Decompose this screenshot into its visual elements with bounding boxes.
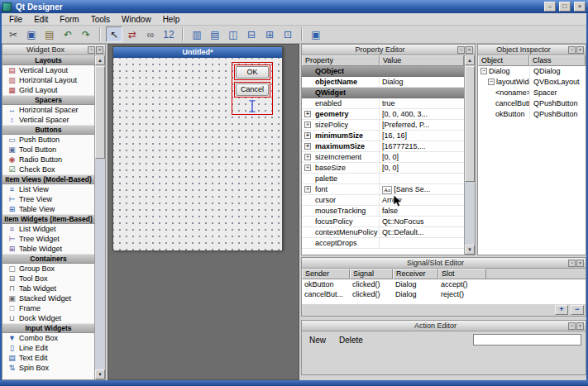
- inspector-row-okbutton[interactable]: okButtonQPushButton: [478, 109, 586, 120]
- column-receiver[interactable]: Receiver: [393, 269, 438, 279]
- widget-item-tool-box[interactable]: ⊟Tool Box: [2, 274, 94, 284]
- cut-icon[interactable]: ✂: [5, 26, 22, 42]
- widget-item-check-box[interactable]: ☑Check Box: [2, 164, 94, 174]
- expand-icon[interactable]: +: [304, 111, 311, 117]
- scroll-down-icon[interactable]: ▼: [95, 369, 105, 379]
- property-row-font[interactable]: +fontAa[Sans Se...: [302, 184, 464, 195]
- column-class[interactable]: Class: [529, 55, 586, 66]
- property-row-geometry[interactable]: +geometry[0, 0, 400, 3...: [302, 109, 464, 120]
- menu-tools[interactable]: Tools: [85, 14, 116, 25]
- vertical-spacer-icon[interactable]: [247, 100, 257, 112]
- widgetbox-section-input-widgets[interactable]: Input Widgets: [2, 323, 94, 333]
- edit-signals-slots-icon[interactable]: ⇄: [124, 26, 141, 42]
- property-row-minimumsize[interactable]: +minimumSize[16, 16]: [302, 131, 464, 141]
- float-icon[interactable]: ▫: [568, 46, 576, 54]
- widgetbox-section-containers[interactable]: Containers: [2, 254, 94, 264]
- widget-item-tree-view[interactable]: ⊢Tree View: [2, 194, 94, 204]
- new-action-button[interactable]: New: [306, 335, 329, 345]
- float-icon[interactable]: ▫: [457, 46, 465, 54]
- property-row-cursor[interactable]: cursorArrow: [302, 195, 464, 206]
- property-row-acceptdrops[interactable]: acceptDrops: [302, 238, 464, 249]
- column-sender[interactable]: Sender: [302, 269, 350, 279]
- inspector-row-noname[interactable]: <noname>Spacer: [478, 88, 586, 98]
- titlebar[interactable]: Qt Designer – □ ×: [0, 0, 588, 13]
- property-row-maximumsize[interactable]: +maximumSize[16777215,...: [302, 141, 464, 152]
- signal-row-cancelbut[interactable]: cancelBut...clicked()Dialogreject(): [302, 289, 586, 299]
- redo-icon[interactable]: ↷: [78, 26, 94, 42]
- widget-item-horizontal-layout[interactable]: ▥Horizontal Layout: [2, 75, 94, 85]
- scrollbar-thumb[interactable]: [465, 66, 475, 182]
- layout-split-vertical-icon[interactable]: ⊟: [243, 26, 260, 42]
- form-titlebar[interactable]: Untitled*: [113, 47, 282, 58]
- widget-item-combo-box[interactable]: ▼Combo Box: [2, 333, 94, 343]
- cancel-button[interactable]: Cancel: [236, 83, 269, 96]
- property-row-basesize[interactable]: +baseSize[0, 0]: [302, 163, 464, 174]
- widget-item-dock-widget[interactable]: ⊔Dock Widget: [2, 313, 94, 323]
- property-row-sizeincrement[interactable]: +sizeIncrement[0, 0]: [302, 152, 464, 163]
- widget-item-table-view[interactable]: ⊞Table View: [2, 204, 94, 214]
- expand-icon[interactable]: +: [304, 154, 311, 160]
- float-icon[interactable]: ▫: [568, 260, 576, 267]
- widget-box-header[interactable]: Widget Box ▫ ×: [2, 45, 105, 55]
- collapse-icon[interactable]: −: [488, 79, 495, 85]
- edit-tab-order-icon[interactable]: 12: [160, 26, 177, 42]
- menu-window[interactable]: Window: [116, 14, 157, 25]
- property-row-contextmenupolicy[interactable]: contextMenuPolicyQt::Default...: [302, 227, 464, 238]
- scroll-down-icon[interactable]: ▼: [465, 245, 475, 255]
- property-row-enabled[interactable]: enabledtrue: [302, 98, 464, 109]
- column-object[interactable]: Object: [478, 55, 529, 66]
- widget-item-vertical-spacer[interactable]: ↕Vertical Spacer: [2, 115, 94, 125]
- action-editor-header[interactable]: Action Editor ▫ ×: [302, 321, 586, 331]
- layout-horizontal-icon[interactable]: ▥: [189, 26, 205, 42]
- widget-item-frame[interactable]: □Frame: [2, 303, 94, 313]
- collapse-icon[interactable]: −: [480, 68, 487, 74]
- expand-icon[interactable]: +: [304, 122, 311, 128]
- close-button[interactable]: ×: [574, 2, 586, 12]
- layout-split-horizontal-icon[interactable]: ◫: [225, 26, 241, 42]
- widget-item-spin-box[interactable]: ⇅Spin Box: [2, 363, 94, 373]
- edit-widgets-icon[interactable]: ↖: [106, 26, 122, 42]
- copy-icon[interactable]: ▣: [23, 26, 40, 42]
- widgetbox-section-item-widgets-item-based[interactable]: Item Widgets (Item-Based): [2, 214, 94, 224]
- column-value[interactable]: Value: [380, 55, 464, 66]
- form-preview-icon[interactable]: ▣: [308, 26, 324, 42]
- expand-icon[interactable]: +: [304, 186, 311, 193]
- inspector-row-cancelbutton[interactable]: cancelButtonQPushButton: [478, 98, 586, 109]
- widgetbox-section-item-views-model-based[interactable]: Item Views (Model-Based): [2, 174, 94, 184]
- menu-help[interactable]: Help: [157, 14, 186, 25]
- menu-edit[interactable]: Edit: [28, 14, 54, 25]
- expand-icon[interactable]: +: [304, 132, 311, 139]
- form-canvas[interactable]: OK Cancel: [113, 58, 282, 250]
- layout-grid-icon[interactable]: ⊞: [261, 26, 278, 42]
- widgetbox-section-layouts[interactable]: Layouts: [2, 55, 94, 65]
- widgetbox-section-spacers[interactable]: Spacers: [2, 95, 94, 105]
- signal-row-okbutton[interactable]: okButtonclicked()Dialogaccept(): [302, 279, 586, 289]
- column-signal[interactable]: Signal: [350, 269, 393, 279]
- scroll-up-icon[interactable]: ▲: [95, 55, 105, 65]
- menu-file[interactable]: File: [3, 14, 28, 25]
- property-editor-header[interactable]: Property Editor ▫ ×: [302, 45, 475, 55]
- form-window[interactable]: Untitled* OK Cancel: [112, 46, 283, 250]
- menu-form[interactable]: Form: [54, 14, 84, 25]
- widget-item-group-box[interactable]: ▢Group Box: [2, 264, 94, 274]
- column-slot[interactable]: Slot: [438, 269, 486, 279]
- scrollbar-thumb[interactable]: [95, 66, 105, 159]
- float-icon[interactable]: ▫: [568, 322, 576, 330]
- adjust-size-icon[interactable]: ⊡: [280, 26, 296, 42]
- layout-vertical-icon[interactable]: ▤: [207, 26, 223, 42]
- widget-item-push-button[interactable]: ▭Push Button: [2, 135, 94, 145]
- scroll-up-icon[interactable]: ▲: [465, 55, 475, 65]
- ok-button[interactable]: OK: [236, 66, 269, 79]
- widgetbox-section-buttons[interactable]: Buttons: [2, 125, 94, 135]
- widget-item-vertical-layout[interactable]: ▤Vertical Layout: [2, 65, 94, 75]
- delete-action-button[interactable]: Delete: [336, 335, 366, 345]
- paste-icon[interactable]: ▤: [41, 26, 58, 42]
- widget-item-grid-layout[interactable]: ▦Grid Layout: [2, 85, 94, 95]
- widget-item-tool-button[interactable]: ▣Tool Button: [2, 145, 94, 155]
- inspector-row-layoutwidget[interactable]: −layoutWidgetQVBoxLayout: [478, 77, 586, 88]
- action-filter-input[interactable]: [473, 334, 581, 345]
- remove-connection-button[interactable]: −: [571, 305, 584, 315]
- widget-item-list-view[interactable]: ≡List View: [2, 184, 94, 194]
- close-icon[interactable]: ×: [576, 322, 584, 330]
- expand-icon[interactable]: +: [304, 164, 311, 171]
